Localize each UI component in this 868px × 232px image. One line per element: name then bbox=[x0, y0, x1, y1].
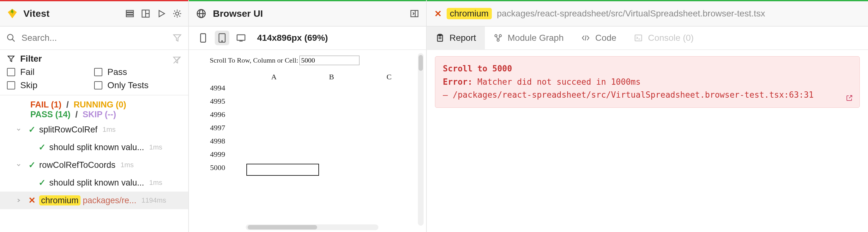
report-tabs: Report Module Graph Code Console (0) bbox=[427, 27, 868, 50]
test-duration: 1ms bbox=[121, 161, 134, 169]
vitest-logo-icon bbox=[6, 7, 18, 20]
tab-code[interactable]: Code bbox=[572, 27, 625, 49]
device-tablet-icon[interactable] bbox=[215, 31, 229, 45]
chevron-down-icon[interactable] bbox=[16, 125, 27, 135]
code-icon bbox=[581, 33, 590, 42]
test-summary: FAIL (1) / RUNNING (0) PASS (14) / SKIP … bbox=[0, 95, 188, 121]
stat-pass: PASS (14) bbox=[30, 110, 70, 119]
search-icon bbox=[6, 33, 16, 43]
filter-pass-checkbox[interactable]: Pass bbox=[94, 67, 181, 77]
svg-rect-30 bbox=[237, 35, 245, 40]
filter-toggle-icon[interactable] bbox=[173, 33, 182, 43]
device-desktop-icon[interactable] bbox=[234, 31, 248, 45]
svg-line-14 bbox=[174, 16, 175, 17]
spreadsheet-row[interactable]: 4998 bbox=[197, 134, 418, 148]
filter-only-checkbox[interactable]: Only Tests bbox=[94, 80, 181, 90]
svg-marker-18 bbox=[174, 35, 181, 41]
browser-title: Browser UI bbox=[213, 8, 410, 19]
svg-rect-1 bbox=[126, 13, 134, 14]
test-label: should split known valu... bbox=[48, 178, 144, 188]
spreadsheet-row[interactable]: 4994 bbox=[197, 81, 418, 94]
clear-filter-icon[interactable] bbox=[173, 56, 181, 64]
svg-point-36 bbox=[495, 35, 497, 37]
spreadsheet-row[interactable]: 4996 bbox=[197, 108, 418, 121]
filter-fail-label: Fail bbox=[20, 67, 34, 77]
svg-point-38 bbox=[497, 39, 499, 41]
panel-collapse-icon[interactable] bbox=[410, 9, 419, 18]
viewport-toolbar: 414x896px (69%) bbox=[189, 27, 426, 50]
test-node[interactable]: ✓should split known valu...1ms bbox=[0, 174, 188, 192]
browser-header: Browser UI bbox=[189, 1, 426, 27]
error-message: Matcher did not succeed in 1000ms bbox=[472, 77, 641, 87]
status-fail-icon: ✕ bbox=[434, 8, 441, 19]
column-header[interactable]: B bbox=[303, 73, 360, 81]
run-icon[interactable] bbox=[157, 9, 166, 18]
horizontal-scrollbar[interactable] bbox=[246, 225, 378, 230]
search-input[interactable] bbox=[22, 33, 173, 43]
svg-point-29 bbox=[222, 41, 222, 41]
device-phone-icon[interactable] bbox=[196, 31, 210, 45]
chevron-down-icon[interactable] bbox=[16, 160, 27, 170]
filter-skip-checkbox[interactable]: Skip bbox=[7, 80, 94, 90]
vertical-scrollbar[interactable] bbox=[418, 53, 424, 226]
chevron-down-icon[interactable] bbox=[16, 196, 27, 205]
external-link-icon[interactable] bbox=[845, 94, 853, 102]
vertical-scroll-thumb[interactable] bbox=[418, 55, 423, 71]
browser-column: Browser UI 414x896px (69%) Scroll To Row… bbox=[189, 0, 427, 232]
test-sidebar: Vitest Filter Fail Pass Skip O bbox=[0, 0, 189, 232]
row-number: 4996 bbox=[197, 110, 229, 119]
row-number: 4999 bbox=[197, 150, 229, 159]
tab-module-graph[interactable]: Module Graph bbox=[485, 27, 572, 49]
column-header[interactable]: A bbox=[245, 73, 303, 81]
sidebar-header: Vitest bbox=[0, 1, 188, 27]
test-tree[interactable]: ✓splitRowColRef1ms✓should split known va… bbox=[0, 121, 188, 232]
row-number: 4998 bbox=[197, 137, 229, 145]
stat-running: RUNNING (0) bbox=[73, 100, 126, 109]
tab-console[interactable]: Console (0) bbox=[625, 27, 703, 49]
spreadsheet-row[interactable]: 4999 bbox=[197, 148, 418, 161]
test-node[interactable]: ✕chromium packages/re...1194ms bbox=[0, 192, 188, 209]
svg-rect-0 bbox=[126, 10, 134, 12]
search-row bbox=[0, 27, 188, 50]
filter-fail-checkbox[interactable]: Fail bbox=[7, 67, 94, 77]
svg-point-37 bbox=[499, 35, 502, 37]
test-duration: 1ms bbox=[103, 125, 116, 134]
svg-rect-27 bbox=[200, 34, 206, 42]
filter-pass-label: Pass bbox=[107, 67, 127, 77]
tab-report[interactable]: Report bbox=[427, 27, 485, 49]
clipboard-icon bbox=[436, 33, 444, 42]
spreadsheet-row[interactable]: 4995 bbox=[197, 94, 418, 108]
test-label: rowColRefToCoords bbox=[37, 160, 116, 170]
test-file-tail: packages/re... bbox=[81, 196, 136, 205]
error-prefix: Error: bbox=[443, 77, 472, 87]
test-duration: 1194ms bbox=[142, 196, 166, 204]
console-icon bbox=[634, 33, 643, 42]
graph-icon bbox=[494, 33, 502, 42]
stat-sep1: / bbox=[66, 100, 69, 109]
fail-icon: ✕ bbox=[27, 195, 37, 205]
list-view-icon[interactable] bbox=[125, 9, 134, 18]
test-node[interactable]: ✓rowColRefToCoords1ms bbox=[0, 156, 188, 174]
error-panel: Scroll to 5000 Error: Matcher did not su… bbox=[435, 56, 860, 108]
test-node[interactable]: ✓splitRowColRef1ms bbox=[0, 121, 188, 139]
spreadsheet-row[interactable]: 4997 bbox=[197, 121, 418, 134]
selected-cell[interactable] bbox=[246, 164, 319, 176]
svg-point-16 bbox=[7, 34, 13, 40]
tab-code-label: Code bbox=[595, 33, 616, 43]
test-node[interactable]: ✓should split known valu...1ms bbox=[0, 139, 188, 156]
filter-title: Filter bbox=[20, 54, 42, 64]
test-label: should split known valu... bbox=[48, 143, 144, 152]
browser-preview: Scroll To Row, Column or Cell: ABC 49944… bbox=[189, 50, 426, 232]
stat-fail: FAIL (1) bbox=[30, 100, 62, 109]
tab-console-label: Console (0) bbox=[648, 33, 694, 43]
browser-pill: chromium bbox=[446, 8, 492, 19]
scroll-to-input[interactable] bbox=[300, 56, 360, 65]
sun-icon[interactable] bbox=[173, 9, 182, 18]
horizontal-scroll-thumb[interactable] bbox=[248, 225, 317, 230]
dashboard-icon[interactable] bbox=[141, 9, 150, 18]
pass-icon: ✓ bbox=[27, 160, 37, 170]
stat-sep2: / bbox=[75, 110, 78, 119]
error-stack: /packages/react-spreadsheet/src/VirtualS… bbox=[453, 90, 814, 99]
column-header[interactable]: C bbox=[361, 73, 418, 81]
svg-rect-42 bbox=[635, 35, 642, 41]
